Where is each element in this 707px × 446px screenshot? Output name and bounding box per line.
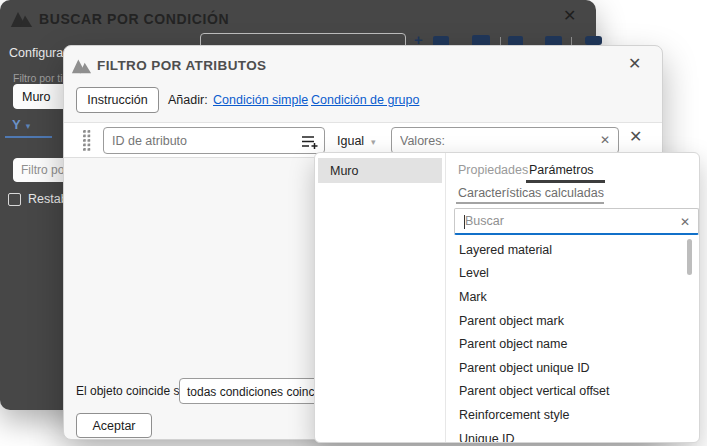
instruction-button[interactable]: Instrucción [76,87,159,113]
toolbar-separator [571,37,572,45]
category-list: Muro [318,158,442,183]
reset-checkbox[interactable] [8,193,21,206]
active-tab-underline [526,180,605,183]
subtab-caracteristicas-calculadas[interactable]: Características calculadas [458,186,604,200]
close-icon[interactable]: ✕ [628,54,641,73]
toolbar-separator [500,37,501,45]
chevron-down-icon: ▾ [26,121,31,131]
subtab-underline [456,202,604,204]
attribute-list-item[interactable]: Parent object unique ID [456,356,686,380]
delete-icon[interactable] [585,36,602,45]
operator-dropdown[interactable]: Igual▾ [337,131,376,149]
chevron-down-icon: ▾ [371,137,376,147]
trimble-logo-icon [10,10,33,28]
scrollbar-thumb[interactable] [687,239,692,275]
trimble-logo-icon [71,58,92,74]
operator-value: Igual [337,134,364,148]
attribute-list-item[interactable]: Level [456,262,686,286]
add-label: Añadir: [168,93,208,107]
values-field[interactable]: ✕ [391,127,619,154]
boolean-operator-dropdown[interactable]: Y▾ [12,117,30,132]
add-simple-condition-link[interactable]: Condición simple [213,93,308,107]
attribute-list-item[interactable]: Unique ID [456,427,686,443]
attribute-picker-popup: Muro Propiedades Parámetros Característi… [314,152,700,443]
pick-attribute-list-icon[interactable] [301,133,319,151]
values-input[interactable] [392,128,618,153]
attribute-list-item[interactable]: Parent object name [456,332,686,356]
attribute-id-input[interactable] [104,128,324,153]
screenshot-stage: BUSCAR POR CONDICIÓN ✕ + Configuración F… [0,0,707,446]
accept-button[interactable]: Aceptar [76,413,152,438]
attribute-list-item[interactable]: Parent object vertical offset [456,380,686,404]
attribute-list: Layered materialLevelMarkParent object m… [456,238,686,443]
remove-condition-icon[interactable]: ✕ [629,127,642,146]
search-field[interactable]: ✕ [454,208,699,235]
category-item-selected[interactable]: Muro [318,158,442,183]
save-icon[interactable] [472,35,490,45]
save-as-icon[interactable] [508,36,523,45]
tab-propiedades[interactable]: Propiedades [458,163,528,177]
boolean-operator-value: Y [12,117,21,132]
window-title: BUSCAR POR CONDICIÓN [39,11,229,27]
attribute-list-item[interactable]: Layered material [456,238,686,262]
clear-icon[interactable]: ✕ [600,133,610,147]
drag-handle-icon[interactable] [83,130,92,151]
add-group-condition-link[interactable]: Condición de grupo [311,93,419,107]
search-input[interactable] [455,209,698,233]
open-folder-icon[interactable] [433,36,449,45]
dialog-title: FILTRO POR ATRIBUTOS [97,58,267,73]
attribute-id-field[interactable] [103,127,325,154]
attribute-list-item[interactable]: Mark [456,285,686,309]
match-label: El objeto coincide si [76,384,182,398]
text-caret [464,215,465,229]
close-icon[interactable]: ✕ [563,6,576,25]
attribute-list-item[interactable]: Reinforcement style [456,403,686,427]
attribute-list-item[interactable]: Parent object mark [456,309,686,333]
save-copy-icon[interactable] [545,36,562,45]
clear-search-icon[interactable]: ✕ [680,215,690,229]
tab-parametros[interactable]: Parámetros [529,163,594,177]
column-divider [445,153,446,443]
operator-underline [5,136,52,138]
